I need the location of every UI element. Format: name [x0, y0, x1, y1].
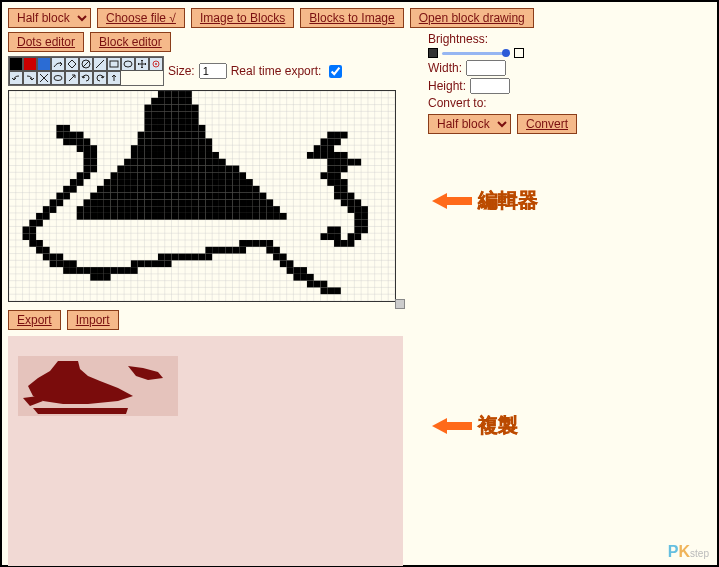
- export-button[interactable]: Export: [8, 310, 61, 330]
- svg-rect-430: [199, 206, 206, 213]
- size-label: Size:: [168, 64, 195, 78]
- svg-rect-513: [232, 247, 239, 254]
- svg-rect-496: [354, 233, 361, 240]
- no-tool-tool[interactable]: [79, 57, 93, 71]
- svg-rect-552: [131, 267, 138, 274]
- svg-rect-362: [185, 193, 192, 200]
- svg-rect-236: [212, 159, 219, 166]
- pixel-editor-canvas[interactable]: [8, 90, 396, 302]
- blocks-to-image-button[interactable]: Blocks to Image: [300, 8, 403, 28]
- svg-rect-484: [23, 226, 30, 233]
- svg-rect-121: [151, 111, 158, 118]
- svg-rect-549: [111, 267, 118, 274]
- svg-rect-219: [334, 152, 341, 159]
- choose-file-button[interactable]: Choose file √: [97, 8, 185, 28]
- svg-rect-112: [144, 105, 151, 112]
- svg-rect-101: [158, 91, 165, 98]
- svg-rect-308: [205, 179, 212, 186]
- line-tool[interactable]: [93, 57, 107, 71]
- svg-rect-252: [165, 166, 172, 173]
- brightness-slider[interactable]: [442, 48, 510, 58]
- svg-rect-126: [185, 111, 192, 118]
- svg-rect-560: [300, 274, 307, 281]
- undo-tool[interactable]: [9, 71, 23, 85]
- svg-rect-544: [77, 267, 84, 274]
- convert-select[interactable]: Half block: [428, 114, 511, 134]
- size-input[interactable]: [199, 63, 227, 79]
- nudge-tool[interactable]: [107, 71, 121, 85]
- svg-rect-269: [117, 172, 124, 179]
- svg-rect-291: [70, 179, 77, 186]
- rotate-left-tool[interactable]: [93, 71, 107, 85]
- rotate-right-tool[interactable]: [79, 71, 93, 85]
- svg-rect-408: [348, 199, 355, 206]
- oval-tool[interactable]: [51, 71, 65, 85]
- svg-rect-415: [97, 206, 104, 213]
- width-input[interactable]: [466, 60, 506, 76]
- diamond-tool[interactable]: [65, 57, 79, 71]
- arrow-upright-tool[interactable]: [65, 71, 79, 85]
- svg-point-7: [155, 63, 157, 65]
- deselect-tool[interactable]: [37, 71, 51, 85]
- svg-rect-128: [144, 118, 151, 125]
- svg-rect-234: [199, 159, 206, 166]
- svg-rect-356: [144, 193, 151, 200]
- svg-rect-196: [205, 145, 212, 152]
- svg-rect-434: [226, 206, 233, 213]
- convert-button[interactable]: Convert: [517, 114, 577, 134]
- svg-rect-281: [199, 172, 206, 179]
- svg-rect-530: [50, 260, 57, 267]
- svg-rect-117: [178, 105, 185, 112]
- block-editor-button[interactable]: Block editor: [90, 32, 171, 52]
- svg-rect-225: [138, 159, 145, 166]
- open-block-drawing-button[interactable]: Open block drawing: [410, 8, 534, 28]
- redo-tool[interactable]: [23, 71, 37, 85]
- image-to-blocks-button[interactable]: Image to Blocks: [191, 8, 294, 28]
- color-target-tool[interactable]: [149, 57, 163, 71]
- svg-rect-204: [144, 152, 151, 159]
- svg-rect-122: [158, 111, 165, 118]
- svg-rect-139: [151, 125, 158, 132]
- height-input[interactable]: [470, 78, 510, 94]
- svg-rect-557: [97, 274, 104, 281]
- svg-rect-212: [199, 152, 206, 159]
- svg-rect-316: [334, 179, 341, 186]
- svg-rect-111: [185, 98, 192, 105]
- color-red-tool[interactable]: [23, 57, 37, 71]
- svg-rect-201: [90, 152, 97, 159]
- svg-rect-414: [90, 206, 97, 213]
- svg-rect-338: [219, 186, 226, 193]
- svg-rect-232: [185, 159, 192, 166]
- import-button[interactable]: Import: [67, 310, 119, 330]
- realtime-checkbox[interactable]: [329, 65, 342, 78]
- move-tool[interactable]: [135, 57, 149, 71]
- svg-rect-180: [327, 138, 334, 145]
- tools-grid: [8, 56, 164, 86]
- svg-rect-493: [327, 233, 334, 240]
- mode-select[interactable]: Half block: [8, 8, 91, 28]
- color-blue-tool[interactable]: [37, 57, 51, 71]
- color-black-tool[interactable]: [9, 57, 23, 71]
- svg-rect-423: [151, 206, 158, 213]
- redo-curve-tool[interactable]: [51, 57, 65, 71]
- svg-rect-476: [273, 213, 280, 220]
- svg-rect-432: [212, 206, 219, 213]
- svg-rect-521: [165, 254, 172, 261]
- svg-rect-369: [232, 193, 239, 200]
- rect-tool[interactable]: [107, 57, 121, 71]
- svg-rect-107: [158, 98, 165, 105]
- svg-rect-233: [192, 159, 199, 166]
- resize-handle[interactable]: [395, 299, 405, 309]
- svg-rect-368: [226, 193, 233, 200]
- svg-rect-249: [144, 166, 151, 173]
- svg-rect-120: [144, 111, 151, 118]
- convert-to-label: Convert to:: [428, 96, 706, 110]
- svg-rect-412: [77, 206, 84, 213]
- svg-rect-336: [205, 186, 212, 193]
- svg-rect-292: [77, 179, 84, 186]
- dots-editor-button[interactable]: Dots editor: [8, 32, 84, 52]
- brightness-label: Brightness:: [428, 32, 706, 46]
- width-label: Width:: [428, 61, 462, 75]
- ellipse-tool[interactable]: [121, 57, 135, 71]
- svg-rect-504: [334, 240, 341, 247]
